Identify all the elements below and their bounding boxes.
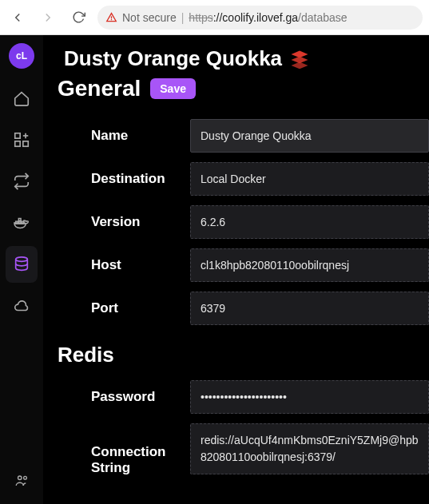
svg-point-11 [16, 257, 28, 262]
name-input[interactable]: Dusty Orange Quokka [190, 119, 429, 153]
svg-point-12 [18, 476, 22, 480]
sidebar-item-team[interactable] [6, 462, 38, 499]
password-field[interactable]: •••••••••••••••••••••• [190, 380, 429, 414]
address-bar[interactable]: Not secure | https://coolify.ilovef.ga/d… [97, 6, 423, 30]
sidebar-item-git[interactable] [6, 163, 38, 200]
port-label: Port [58, 300, 190, 316]
name-label: Name [58, 128, 190, 144]
url-text: https://coolify.ilovef.ga/database [189, 11, 347, 24]
separator: | [181, 11, 185, 24]
general-heading: General [58, 76, 141, 101]
not-secure-label: Not secure [122, 11, 177, 24]
back-button[interactable] [6, 6, 29, 29]
svg-point-13 [24, 476, 27, 479]
svg-rect-4 [15, 141, 20, 146]
sidebar-item-docker[interactable] [6, 204, 38, 241]
save-button[interactable]: Save [150, 78, 196, 99]
page-title: Dusty Orange Quokka [64, 46, 282, 71]
port-field: 6379 [190, 292, 429, 325]
sidebar-item-cloud[interactable] [6, 288, 38, 324]
sidebar: cL [0, 35, 43, 504]
redis-cube-icon [288, 48, 311, 70]
svg-rect-1 [111, 19, 112, 20]
password-label: Password [58, 389, 190, 405]
forward-button[interactable] [37, 6, 59, 29]
host-field: cl1k8hpb82080110oobilrqnesj [190, 248, 429, 282]
svg-rect-0 [111, 16, 112, 18]
version-label: Version [58, 214, 190, 230]
connection-string-field[interactable]: redis://aUcqUf4nmKbms0EzniY5ZMj9@hpb8208… [190, 423, 429, 474]
reload-button[interactable] [67, 6, 89, 29]
browser-toolbar: Not secure | https://coolify.ilovef.ga/d… [0, 0, 429, 35]
main-content: Dusty Orange Quokka General Save Name Du… [43, 35, 429, 504]
host-label: Host [58, 257, 190, 273]
redis-heading: Redis [58, 343, 429, 367]
sidebar-item-apps[interactable] [6, 121, 38, 158]
destination-label: Destination [58, 171, 190, 187]
destination-field: Local Docker [190, 162, 429, 196]
connection-string-label: Connection String [58, 423, 190, 476]
avatar[interactable]: cL [9, 43, 34, 69]
sidebar-item-database[interactable] [6, 246, 38, 283]
insecure-warning-icon [105, 11, 117, 23]
svg-rect-2 [15, 133, 20, 138]
version-field: 6.2.6 [190, 205, 429, 239]
svg-rect-10 [18, 219, 21, 221]
svg-rect-3 [23, 141, 28, 146]
sidebar-item-home[interactable] [6, 80, 38, 117]
